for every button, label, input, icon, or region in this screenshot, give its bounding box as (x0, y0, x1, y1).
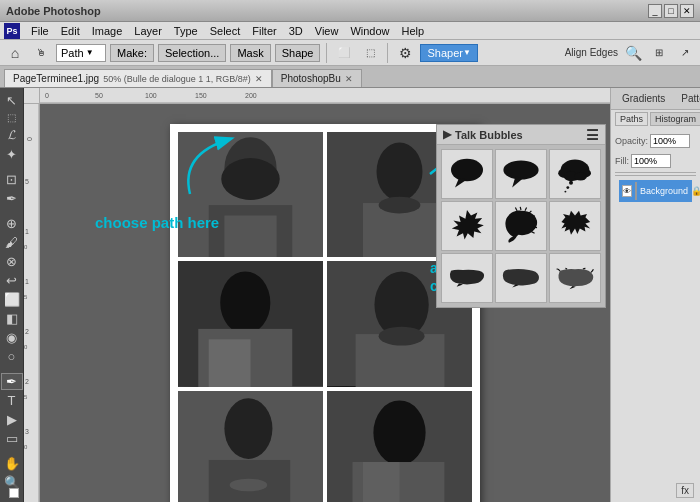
tab-paths[interactable]: Paths (615, 112, 648, 126)
tool-options-icon[interactable]: 🖱 (30, 42, 52, 64)
hand-tool[interactable]: ✋ (1, 455, 23, 472)
svg-rect-23 (224, 216, 276, 258)
menu-help[interactable]: Help (397, 25, 430, 37)
crop-tool[interactable]: ⊡ (1, 171, 23, 188)
magic-wand-tool[interactable]: ✦ (1, 146, 23, 163)
history-brush-tool[interactable]: ↩ (1, 272, 23, 289)
selection-btn[interactable]: Selection... (158, 44, 226, 62)
path-dropdown[interactable]: Path ▼ (56, 44, 106, 62)
opacity-input[interactable] (650, 134, 690, 148)
svg-text:0: 0 (26, 137, 33, 141)
dodge-tool[interactable]: ○ (1, 348, 23, 365)
fx-controls: fx (676, 483, 694, 498)
menu-window[interactable]: Window (345, 25, 394, 37)
layer-background[interactable]: 👁 Background 🔒 (619, 180, 692, 202)
secondary-tab[interactable]: PhotoshopBu ✕ (272, 69, 362, 87)
bubble-splash[interactable] (549, 253, 601, 303)
paths-histogram-tabs: Paths Histogram (611, 110, 700, 128)
bubble-oval[interactable] (495, 149, 547, 199)
gear-icon[interactable]: ⚙ (394, 42, 416, 64)
bubble-brush[interactable] (441, 253, 493, 303)
bubble-hairy[interactable] (495, 201, 547, 251)
tab-close-button[interactable]: ✕ (255, 74, 263, 84)
shape-btn[interactable]: Shape (275, 44, 321, 62)
photo-1 (178, 132, 323, 257)
rubber-band-icon[interactable]: ⬜ (333, 42, 355, 64)
spot-heal-tool[interactable]: ⊕ (1, 215, 23, 232)
separator (326, 43, 327, 63)
brush-tool[interactable]: 🖌 (1, 234, 23, 251)
align-edges-label: Align Edges (565, 47, 618, 58)
tab-filename: PageTerminee1.jpg (13, 73, 99, 84)
svg-point-54 (566, 186, 569, 189)
clone-tool[interactable]: ⊗ (1, 253, 23, 270)
menu-edit[interactable]: Edit (56, 25, 85, 37)
menu-filter[interactable]: Filter (247, 25, 281, 37)
menu-file[interactable]: File (26, 25, 54, 37)
path-select-tool[interactable]: ▶ (1, 411, 23, 428)
pen-tool[interactable]: ✒ (1, 373, 23, 390)
svg-text:5: 5 (24, 294, 28, 300)
window-controls[interactable]: _ □ ✕ (648, 4, 694, 18)
menu-layer[interactable]: Layer (129, 25, 167, 37)
panel-collapse-icon[interactable]: ▶ (443, 128, 451, 141)
fx-button[interactable]: fx (676, 483, 694, 498)
blur-tool[interactable]: ◉ (1, 329, 23, 346)
shaper-btn[interactable]: Shaper ▼ (420, 44, 477, 62)
selection-tool[interactable]: ⬚ (1, 111, 23, 124)
fill-input[interactable] (631, 154, 671, 168)
right-panel-tabs: Gradients Patterns (611, 88, 700, 110)
maximize-button[interactable]: □ (664, 4, 678, 18)
canvas-content[interactable]: choose path here and select talk bubble … (40, 104, 610, 502)
arrangement-icon[interactable]: ⊞ (648, 42, 670, 64)
bubble-spiky[interactable] (441, 201, 493, 251)
bubble-ink[interactable] (495, 253, 547, 303)
tab-histogram[interactable]: Histogram (650, 112, 700, 126)
menu-type[interactable]: Type (169, 25, 203, 37)
search-icon[interactable]: 🔍 (622, 42, 644, 64)
publish-icon[interactable]: ↗ (674, 42, 696, 64)
close-button[interactable]: ✕ (680, 4, 694, 18)
svg-point-27 (379, 197, 421, 214)
menu-image[interactable]: Image (87, 25, 128, 37)
secondary-tab-close[interactable]: ✕ (345, 74, 353, 84)
svg-text:3: 3 (25, 428, 29, 435)
gradient-tool[interactable]: ◧ (1, 310, 23, 327)
tab-bar: PageTerminee1.jpg 50% (Bulle de dialogue… (0, 66, 700, 88)
combine-icon[interactable]: ⬚ (359, 42, 381, 64)
type-tool[interactable]: T (1, 392, 23, 409)
bubble-jagged[interactable] (549, 201, 601, 251)
svg-point-46 (503, 160, 538, 179)
layer-visibility-toggle[interactable]: 👁 (622, 185, 632, 197)
svg-rect-43 (363, 462, 400, 502)
foreground-color[interactable] (2, 499, 22, 501)
tab-patterns[interactable]: Patterns (674, 90, 700, 107)
photo-6 (327, 391, 472, 502)
shape-tool[interactable]: ▭ (1, 430, 23, 447)
panel-menu-icon[interactable]: ☰ (586, 127, 599, 143)
panel-title: Talk Bubbles (455, 129, 523, 141)
minimize-button[interactable]: _ (648, 4, 662, 18)
svg-text:0: 0 (24, 244, 28, 250)
bubble-round[interactable] (441, 149, 493, 199)
window-title: Adobe Photoshop (6, 5, 101, 17)
menu-3d[interactable]: 3D (284, 25, 308, 37)
tab-gradients[interactable]: Gradients (615, 90, 672, 107)
tab-info: 50% (Bulle de dialogue 1 1, RGB/8#) (103, 74, 251, 84)
menu-view[interactable]: View (310, 25, 344, 37)
svg-point-53 (569, 181, 573, 185)
svg-text:0: 0 (45, 92, 49, 99)
eyedropper-tool[interactable]: ✒ (1, 190, 23, 207)
move-tool[interactable]: ↖ (1, 92, 23, 109)
photo-cell-5 (178, 391, 323, 502)
menu-select[interactable]: Select (205, 25, 246, 37)
separator (615, 172, 696, 173)
make-btn[interactable]: Make: (110, 44, 154, 62)
bubble-cloud[interactable] (549, 149, 601, 199)
mask-btn[interactable]: Mask (230, 44, 270, 62)
lasso-tool[interactable]: 𝓛 (1, 126, 23, 144)
eraser-tool[interactable]: ⬜ (1, 291, 23, 308)
home-icon[interactable]: ⌂ (4, 42, 26, 64)
svg-point-37 (224, 398, 272, 459)
main-tab[interactable]: PageTerminee1.jpg 50% (Bulle de dialogue… (4, 69, 272, 87)
